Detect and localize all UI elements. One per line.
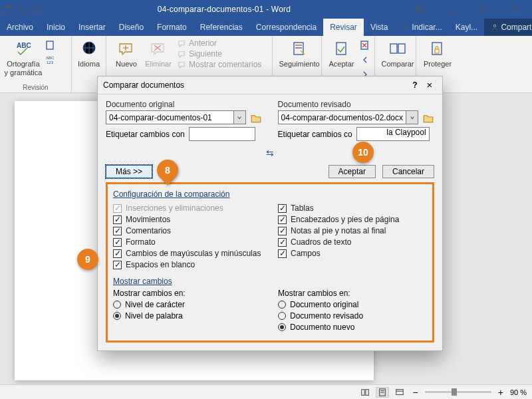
chk-mayusculas[interactable]: ✓Cambios de mayúsculas y minúsculas bbox=[113, 249, 262, 258]
original-label: Documento original bbox=[106, 100, 262, 109]
tab-revisar[interactable]: Revisar bbox=[323, 19, 364, 36]
etiquetar-original-input[interactable] bbox=[189, 127, 255, 141]
svg-rect-33 bbox=[396, 389, 403, 394]
rad-doc-nuevo[interactable]: Documento nuevo bbox=[278, 323, 427, 332]
svg-rect-27 bbox=[435, 49, 439, 53]
svg-rect-17 bbox=[294, 43, 303, 55]
mostrar-en-label-2: Mostrar cambios en: bbox=[278, 289, 427, 298]
aceptar-cambio-button[interactable]: Aceptar bbox=[326, 39, 357, 68]
mostrar-head: Mostrar cambios bbox=[113, 277, 427, 286]
svg-rect-20 bbox=[336, 43, 346, 55]
dialog-close-button[interactable]: × bbox=[422, 81, 437, 89]
view-print-icon[interactable] bbox=[376, 387, 389, 398]
svg-rect-25 bbox=[398, 44, 405, 53]
svg-text:ABC: ABC bbox=[46, 56, 55, 60]
aceptar-button[interactable]: Aceptar bbox=[329, 165, 376, 178]
tab-vista[interactable]: Vista bbox=[364, 19, 394, 36]
rad-doc-revisado[interactable]: Documento revisado bbox=[278, 311, 427, 321]
svg-rect-9 bbox=[47, 41, 53, 49]
wordcount-icon[interactable]: ABC123 bbox=[45, 55, 56, 67]
cancelar-button[interactable]: Cancelar bbox=[382, 165, 434, 178]
svg-rect-4 bbox=[480, 7, 486, 13]
chk-inserciones: ✓Inserciones y eliminaciones bbox=[113, 203, 262, 213]
swap-icon[interactable]: ⇆ bbox=[106, 148, 434, 158]
rad-palabra[interactable]: Nivel de palabra bbox=[113, 311, 262, 321]
panel-configuracion: Configuración de la comparación ✓Inserci… bbox=[106, 182, 434, 342]
view-web-icon[interactable] bbox=[393, 387, 406, 398]
status-bar: − + 90 % bbox=[0, 384, 532, 399]
comparar-dialog: Comparar documentos ? × Documento origin… bbox=[97, 76, 443, 351]
revisado-combo[interactable]: 04-comparar-documentos-02.docx bbox=[278, 110, 418, 124]
seguimiento-button[interactable]: Seguimiento bbox=[277, 39, 322, 68]
etiquetar-label-1: Etiquetar cambios con bbox=[106, 130, 185, 139]
ribbon-tabs: Archivo Inicio Insertar Diseño Formato R… bbox=[0, 19, 532, 36]
tab-insertar[interactable]: Insertar bbox=[72, 19, 112, 36]
redo-icon[interactable] bbox=[33, 5, 43, 14]
group-revision: Revisión bbox=[4, 84, 67, 91]
chk-cuadros[interactable]: ✓Cuadros de texto bbox=[278, 237, 427, 247]
chk-notas[interactable]: ✓Notas al pie y notas al final bbox=[278, 226, 427, 235]
etiquetar-label-2: Etiquetar cambios co bbox=[278, 130, 352, 139]
tab-archivo[interactable]: Archivo bbox=[0, 19, 40, 36]
chk-encabezados[interactable]: ✓Encabezados y pies de página bbox=[278, 215, 427, 224]
folder-icon[interactable] bbox=[422, 112, 434, 124]
zoom-out-button[interactable]: − bbox=[413, 387, 418, 398]
rechazar-icon[interactable] bbox=[360, 40, 370, 53]
view-read-icon[interactable] bbox=[358, 387, 372, 398]
chk-espacios[interactable]: ✓Espacios en blanco bbox=[113, 260, 262, 269]
svg-rect-26 bbox=[432, 43, 442, 55]
tab-correspondencia[interactable]: Correspondencia bbox=[249, 19, 323, 36]
chevron-down-icon[interactable] bbox=[233, 111, 245, 124]
anterior-button: Anterior bbox=[177, 39, 261, 48]
chk-tablas[interactable]: ✓Tablas bbox=[278, 203, 427, 213]
tellme[interactable]: Indicar... bbox=[394, 19, 448, 36]
minimize-button[interactable] bbox=[438, 1, 464, 17]
tab-inicio[interactable]: Inicio bbox=[40, 19, 72, 36]
ortografia-button[interactable]: ABC Ortografía y gramática bbox=[4, 39, 43, 77]
chevron-down-icon[interactable] bbox=[406, 111, 418, 124]
mas-button[interactable]: Más >> bbox=[106, 165, 152, 178]
proteger-button[interactable]: Proteger bbox=[420, 39, 455, 68]
user-name[interactable]: Kayl... bbox=[449, 19, 484, 36]
dialog-title: Comparar documentos bbox=[103, 80, 408, 90]
zoom-slider[interactable] bbox=[425, 391, 491, 393]
chk-formato[interactable]: ✓Formato bbox=[113, 237, 262, 247]
svg-rect-24 bbox=[390, 44, 397, 53]
folder-icon[interactable] bbox=[250, 112, 262, 124]
callout-9: 9 bbox=[77, 249, 98, 270]
chk-comentarios[interactable]: ✓Comentarios bbox=[113, 226, 262, 235]
cambio-anterior-icon[interactable] bbox=[360, 55, 370, 67]
close-button[interactable] bbox=[501, 1, 528, 17]
svg-rect-2 bbox=[416, 7, 423, 12]
rad-caracter[interactable]: Nivel de carácter bbox=[113, 300, 262, 309]
etiquetar-revisado-input[interactable]: la Claypool bbox=[356, 127, 430, 141]
rad-doc-original[interactable]: Documento original bbox=[278, 300, 427, 309]
revisado-label: Documento revisado bbox=[278, 100, 434, 109]
siguiente-button: Siguiente bbox=[177, 49, 261, 59]
maximize-button[interactable] bbox=[469, 1, 496, 17]
config-head: Configuración de la comparación bbox=[113, 190, 427, 199]
zoom-in-button[interactable]: + bbox=[498, 387, 503, 398]
nuevo-comentario-button[interactable]: Nuevo bbox=[110, 39, 142, 68]
thesaurus-icon[interactable] bbox=[45, 40, 56, 53]
zoom-level[interactable]: 90 % bbox=[510, 388, 527, 396]
undo-icon[interactable] bbox=[19, 5, 28, 14]
svg-text:ABC: ABC bbox=[17, 42, 31, 49]
svg-point-7 bbox=[494, 25, 496, 27]
ribbon-options-icon[interactable] bbox=[406, 1, 432, 17]
tab-formato[interactable]: Formato bbox=[150, 19, 194, 36]
window-title: 04-comparar-documentos-01 - Word bbox=[43, 5, 406, 14]
tab-referencias[interactable]: Referencias bbox=[194, 19, 249, 36]
mostrar-comentarios-button: Mostrar comentarios bbox=[177, 60, 261, 69]
chk-campos[interactable]: ✓Campos bbox=[278, 249, 427, 258]
tab-diseno[interactable]: Diseño bbox=[112, 19, 150, 36]
dialog-help-button[interactable]: ? bbox=[408, 80, 422, 90]
autosave-icon bbox=[4, 5, 13, 14]
window-titlebar: 04-comparar-documentos-01 - Word bbox=[0, 0, 532, 19]
comparar-button[interactable]: Comparar bbox=[379, 39, 416, 68]
original-combo[interactable]: 04-comparar-documentos-01 bbox=[106, 110, 246, 124]
share-button[interactable]: Compartir bbox=[484, 19, 532, 36]
chk-movimientos[interactable]: ✓Movimientos bbox=[113, 215, 262, 224]
idioma-button[interactable]: Idioma bbox=[76, 39, 102, 68]
svg-rect-28 bbox=[361, 389, 364, 395]
